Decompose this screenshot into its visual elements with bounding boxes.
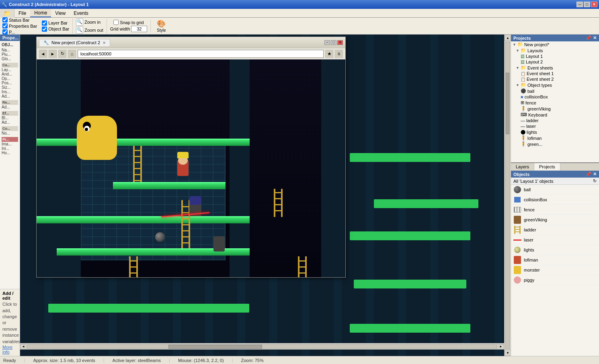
browser-tab-close[interactable]: ✕ [103, 41, 106, 45]
layout1-label: Layout 1 [526, 54, 543, 59]
center-area: 🔧 New project (Construct 2 ✕ ─ □ ✕ ◄ ► ↻… [20, 35, 511, 356]
projects-panel: Projects 📌 ✕ ▼ 📁 New project* ▼ 📁 Layout… [511, 35, 599, 163]
obj-lofiman[interactable]: 🧍 lofiman [511, 135, 599, 141]
browser-fwd-button[interactable]: ► [49, 50, 57, 58]
obj-row-greenviking[interactable]: greenViking [511, 215, 599, 225]
game-screenshot [37, 59, 345, 277]
scroll-up-button[interactable]: ▲ [505, 35, 511, 41]
obj-icon-laser: — [521, 124, 525, 129]
browser-home-button[interactable]: ⌂ [68, 50, 76, 58]
tab-projects[interactable]: Projects [534, 163, 560, 170]
obj-icon-ball [513, 186, 521, 194]
obj-name-viking: greenViking [524, 217, 547, 222]
obj-ladder[interactable]: — ladder [511, 118, 599, 123]
style-button[interactable]: 🎨 Style [154, 18, 168, 34]
event-sheets-folder[interactable]: ▼ 📁 Event sheets [511, 65, 599, 71]
obj-laser[interactable]: — laser [511, 123, 599, 129]
obj-collisionbox[interactable]: ■ collisionBox [511, 94, 599, 100]
maximize-button[interactable]: □ [584, 2, 590, 7]
event-sheet2-item[interactable]: 📋 Event sheet 2 [511, 76, 599, 82]
scroll-right-button[interactable]: ► [498, 344, 504, 349]
grid-width-input[interactable] [131, 26, 147, 32]
obj-label-keyboard: Keyboard [528, 112, 547, 117]
vertical-scrollbar[interactable]: ▲ ▼ [504, 35, 511, 356]
obj-ball[interactable]: ⚫ ball [511, 88, 599, 94]
browser-url-input[interactable] [78, 50, 324, 58]
browser-max-button[interactable]: □ [331, 40, 336, 45]
objects-close-icon[interactable]: ✕ [593, 172, 597, 177]
minimize-button[interactable]: ─ [576, 2, 583, 7]
obj-green[interactable]: 🧍 green... [511, 141, 599, 147]
layer-bar-checkbox[interactable] [42, 20, 47, 26]
obj-fence[interactable]: ⊞ fence [511, 100, 599, 106]
close-button[interactable]: ✕ [591, 2, 597, 7]
layouts-folder[interactable]: ▼ 📁 Layouts [511, 47, 599, 53]
pr-section: Pr... [2, 137, 18, 142]
menu-home[interactable]: File [14, 9, 30, 17]
grid-width-row: Grid width [110, 26, 148, 32]
browser-menu-button[interactable]: ≡ [335, 50, 343, 58]
right-panel: Projects 📌 ✕ ▼ 📁 New project* ▼ 📁 Layout… [511, 35, 599, 356]
event-sheet1-item[interactable]: 📋 Event sheet 1 [511, 71, 599, 76]
scroll-thumb-vertical[interactable] [506, 73, 509, 134]
more-info-link[interactable]: More info [2, 345, 12, 354]
layout1-item[interactable]: 🖼 Layout 1 [511, 53, 599, 59]
zoom-in-row[interactable]: 🔍 Zoom in [76, 18, 103, 26]
objects-list: ball collisionBox fence [511, 185, 599, 356]
objects-refresh-icon[interactable]: ↻ [593, 178, 597, 184]
name-row: Na... [2, 48, 18, 52]
obj-row-monster[interactable]: monster [511, 265, 599, 275]
zoom-out-icon: 🔍 [76, 27, 83, 34]
menu-view[interactable]: Home [30, 9, 51, 17]
status-bar-checkbox[interactable] [2, 17, 8, 22]
menu-extra[interactable]: Events [70, 9, 92, 17]
layout2-item[interactable]: 🖼 Layout 2 [511, 59, 599, 65]
obj-greenviking[interactable]: 🧍 greenViking [511, 106, 599, 112]
ca-section: Ca... [2, 63, 18, 67]
browser-back-button[interactable]: ◄ [39, 50, 47, 58]
properties-bar-checkbox[interactable] [2, 23, 8, 29]
no-row: No... [2, 131, 18, 135]
scroll-thumb-horizontal[interactable] [168, 345, 262, 349]
obj-keyboard[interactable]: ⌨ Keyboard [511, 112, 599, 118]
p3-checkbox[interactable] [2, 29, 8, 35]
browser-close-button[interactable]: ✕ [337, 40, 343, 45]
app-icon: 🔧 [2, 2, 7, 7]
scroll-down-button[interactable]: ▼ [505, 350, 511, 356]
expand-icon-layouts: ▼ [516, 49, 519, 53]
file-menu-icon[interactable]: 📁 [4, 10, 10, 16]
zoom-out-label: Zoom out [84, 28, 103, 33]
browser-min-button[interactable]: ─ [324, 40, 330, 45]
scroll-left-button[interactable]: ◄ [20, 344, 27, 349]
obj-row-collisionbox[interactable]: collisionBox [511, 195, 599, 205]
obj-row-ladder[interactable]: ladder [511, 225, 599, 235]
style-label: Style [157, 28, 166, 33]
menu-events[interactable]: View [51, 9, 70, 17]
objects-pin-icon[interactable]: 📌 [586, 172, 591, 177]
obj-icon-piggy-obj [513, 276, 521, 284]
snap-section: Snap to grid Grid width [110, 20, 151, 32]
browser-refresh-button[interactable]: ↻ [58, 50, 66, 58]
obj-row-ball[interactable]: ball [511, 185, 599, 195]
obj-row-piggy[interactable]: piggy [511, 275, 599, 285]
snap-to-grid-checkbox[interactable] [113, 20, 119, 25]
obj-row-lofiman[interactable]: lofiman [511, 255, 599, 265]
objects-subtitle: All 'Layout 1' objects [513, 179, 554, 184]
project-root[interactable]: ▼ 📁 New project* [511, 41, 599, 47]
obj-lights[interactable]: ⬤ lights [511, 129, 599, 135]
properties-panel: OBJ... Na... Plu... Glo... Ca... Lay... … [0, 41, 20, 289]
tab-layers[interactable]: Layers [511, 163, 534, 170]
status-bar: Ready | Approx. size: 1.5 mb, 10 events … [0, 356, 599, 364]
horizontal-scrollbar[interactable]: ◄ ► [20, 343, 504, 350]
left-panel: Prope... OBJ... Na... Plu... Glo... Ca..… [0, 35, 20, 356]
obj-row-laser[interactable]: laser [511, 235, 599, 245]
zoom-out-row[interactable]: 🔍 Zoom out [76, 27, 103, 34]
projects-close-icon[interactable]: ✕ [593, 35, 597, 41]
object-types-folder[interactable]: ▼ 📁 Object types [511, 82, 599, 88]
obj-row-fence[interactable]: fence [511, 205, 599, 215]
browser-bookmark-button[interactable]: ★ [325, 50, 333, 58]
object-bar-checkbox[interactable] [42, 27, 47, 32]
browser-tab[interactable]: 🔧 New project (Construct 2 ✕ [39, 39, 110, 46]
obj-row-lights[interactable]: lights [511, 245, 599, 255]
projects-pin-icon[interactable]: 📌 [586, 35, 591, 41]
